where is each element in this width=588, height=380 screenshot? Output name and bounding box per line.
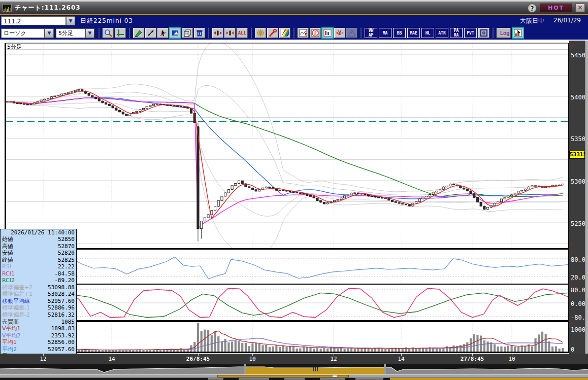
log-scale-button[interactable]: Log [497, 28, 511, 38]
chart-window: チャート:111.2603 ? HOT ✕ 111.2 ▼ 日経225mini … [0, 0, 588, 380]
grid-crosshair-icon[interactable] [115, 28, 126, 38]
tooltip-row: 安値 52820 [2, 250, 75, 257]
svg-text:¥: ¥ [338, 29, 342, 37]
mae-button[interactable]: MAE [407, 28, 420, 38]
x-axis-label: 10 [249, 356, 255, 362]
chart-panel-icon[interactable] [322, 28, 333, 38]
price-axis: 54500 54000 53500 53000 52500 53315 80.0… [569, 41, 585, 354]
tooltip-rows: 始値 52850 高値 52870 安値 52820 終値 [2, 236, 75, 366]
bb-button[interactable]: BB [393, 28, 406, 38]
x-axis-label: 14 [398, 356, 404, 362]
symbol-code-combo[interactable]: 111.2 ▼ [1, 16, 75, 25]
pvt-button[interactable]: PVT [464, 28, 477, 38]
tooltip-datetime: 2026/01/26 11:40:00 [2, 229, 75, 236]
toolbar-separator [293, 28, 296, 38]
color-palette-icon[interactable] [279, 28, 290, 38]
tooltip-row: 標準偏差-1 52886.96 [2, 304, 75, 312]
panel-arrow-icon[interactable] [570, 279, 573, 283]
chart-type-value[interactable]: ローソク [1, 28, 45, 38]
interval-combo[interactable]: 5分足 ▼ [56, 28, 94, 38]
tooltip-row: 終値 52825 [2, 257, 75, 264]
help-button[interactable]: ? [528, 4, 537, 13]
x-axis-label: 12 [40, 356, 46, 362]
chart-type-combo[interactable]: ローソク ▼ [1, 28, 54, 38]
pan-mode-icon[interactable] [170, 28, 181, 38]
svg-text:2: 2 [314, 30, 316, 36]
scrollbar-mark [333, 375, 337, 377]
chart-2-icon[interactable]: 2 [310, 28, 321, 38]
tooltip-row: V平均1 1898.83 [2, 325, 75, 332]
trendline-icon[interactable] [145, 28, 156, 38]
tooltip-row: RSI 22.22 [2, 263, 75, 270]
toolbar: ローソク ▼ 5分足 ▼ ALL 2 ¥ VW AP MA BB [0, 26, 588, 40]
zoom-icon[interactable] [103, 28, 114, 38]
chevron-down-icon[interactable]: ▼ [45, 28, 54, 38]
panel-arrow-icon[interactable] [570, 243, 573, 247]
settings-wrench-icon[interactable] [267, 28, 278, 38]
hot-button[interactable]: HOT [540, 4, 572, 12]
chart-navigator[interactable] [0, 364, 588, 374]
frame-square-icon[interactable] [478, 28, 489, 38]
toolbar-separator [208, 28, 210, 38]
data-tooltip-panel: 2026/01/26 11:40:00 始値 52850 高値 52870 安値 [0, 229, 77, 367]
app-chart-icon [3, 4, 12, 12]
horizontal-scrollbar[interactable] [0, 374, 588, 378]
tooltip-row: 標準偏差+2 53098.88 [2, 284, 75, 291]
tooltip-row: 高値 52870 [2, 243, 75, 250]
chevron-down-icon[interactable]: ▼ [85, 28, 94, 38]
toolbar-separator [99, 28, 101, 38]
tooltip-row: RCI2 -89.20 [2, 277, 75, 284]
tooltip-row: 売買高 1085 [2, 319, 75, 326]
toolbar-separator [129, 28, 131, 38]
bar-width-shrink-icon[interactable] [224, 28, 236, 38]
vwap-button[interactable]: VW AP [365, 28, 377, 38]
session-date: 26/01/29 [553, 17, 581, 25]
tooltip-row: 移動平均線 52957.60 [2, 298, 75, 305]
copy-icon[interactable] [182, 28, 193, 38]
hl-button[interactable]: HL [421, 28, 434, 38]
x-axis-label: 14 [108, 356, 115, 362]
last-price-tag: 53315 [569, 151, 585, 159]
toolbar-separator [493, 28, 495, 38]
web-net-icon[interactable] [255, 28, 266, 38]
time-axis: 12 14 26/8:45 10 12 14 27/8:45 10 [0, 354, 588, 364]
x-axis-label: 27/8:45 [461, 356, 484, 362]
yen-marker-icon[interactable]: ¥ [334, 28, 345, 38]
tooltip-row: 平均2 52957.60 [2, 346, 75, 353]
tooltip-row: 平均1 52856.00 [2, 339, 75, 346]
bottom-strip-highlight [390, 378, 588, 380]
symbol-code-input[interactable]: 111.2 [1, 16, 66, 25]
scrollbar-thumb[interactable] [217, 375, 349, 377]
tooltip-row: RCI1 -84.58 [2, 270, 75, 278]
layout-chart-icon[interactable] [512, 28, 524, 38]
panel-arrow-icon[interactable] [570, 250, 573, 254]
session-name: 大阪日中 [520, 17, 544, 25]
x-axis-label: 12 [330, 356, 337, 362]
draw-pen-icon[interactable] [133, 28, 144, 38]
para-button[interactable]: PA RA [450, 28, 463, 38]
delete-trash-icon[interactable] [194, 28, 205, 38]
bar-width-expand-icon[interactable] [212, 28, 223, 38]
tooltip-row: 標準偏差-2 52816.32 [2, 312, 75, 319]
symbol-bar: 111.2 ▼ 日経225mini 03 大阪日中 26/01/29 [0, 15, 588, 26]
warning-icon [346, 28, 357, 38]
atr-button[interactable]: ATR [436, 28, 448, 38]
panel-arrow-icon[interactable] [570, 321, 573, 325]
toolbar-separator [251, 28, 253, 38]
close-button[interactable]: ✕ [575, 4, 585, 12]
interval-corner-label: 5分足 [7, 43, 22, 51]
chart-area[interactable]: 5分足 2026/01/26 11:40:00 始値 52850 高値 5287… [0, 40, 588, 354]
main-chart-svg [0, 40, 588, 354]
ma-button[interactable]: MA [379, 28, 391, 38]
panel-arrow-icon[interactable] [570, 44, 573, 48]
panel-arrow-icon[interactable] [570, 285, 573, 289]
tooltip-row: 標準偏差+1 53028.24 [2, 291, 75, 298]
show-all-button[interactable]: ALL [237, 28, 248, 38]
tooltip-row: V平均2 2353.92 [2, 332, 75, 339]
chart-download-icon[interactable] [298, 28, 309, 38]
interval-value[interactable]: 5分足 [56, 28, 85, 38]
cursor-select-icon[interactable] [157, 28, 169, 38]
right-edge-strip[interactable] [585, 41, 588, 354]
toolbar-separator [361, 28, 363, 38]
chevron-down-icon[interactable]: ▼ [66, 16, 75, 25]
